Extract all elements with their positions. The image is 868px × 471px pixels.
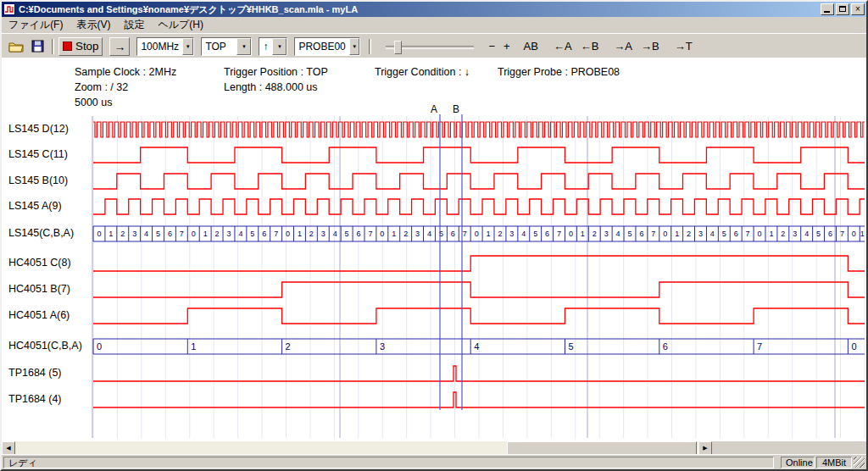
scroll-right-button[interactable]: ▶ (698, 441, 712, 455)
title-bar[interactable]: C:¥Documents and Settings¥noname¥デスクトップ¥… (2, 2, 866, 17)
svg-text:3: 3 (226, 230, 231, 238)
save-button[interactable] (27, 37, 47, 56)
svg-text:1: 1 (581, 230, 585, 238)
scroll-left-button[interactable]: ◀ (2, 441, 15, 455)
menu-help[interactable]: ヘルプ(H) (151, 16, 210, 34)
svg-text:4: 4 (144, 230, 148, 238)
chevron-down-icon[interactable]: ▼ (272, 38, 287, 55)
svg-text:3: 3 (132, 230, 136, 238)
svg-text:7: 7 (463, 230, 467, 238)
chevron-down-icon[interactable]: ▼ (236, 38, 251, 55)
svg-text:2: 2 (781, 230, 785, 238)
trigger-position-info: Trigger Position : TOP (224, 66, 328, 78)
zoom-out-button[interactable]: − (484, 38, 499, 54)
goto-cursor-a-button[interactable]: ←A (549, 38, 576, 54)
svg-text:4: 4 (333, 230, 337, 238)
svg-text:1: 1 (769, 230, 773, 238)
application-window: { "window": { "title": "C:¥Documents and… (0, 0, 868, 471)
svg-text:2: 2 (593, 230, 597, 238)
stop-icon (63, 42, 72, 51)
svg-text:5: 5 (156, 230, 160, 238)
channel-tp1684-4 (93, 392, 865, 407)
zoom-slider-thumb[interactable] (394, 41, 402, 54)
channel-label-ls145-c11: LS145 C(11) (8, 148, 68, 160)
svg-text:1: 1 (191, 341, 196, 352)
svg-text:2: 2 (215, 230, 220, 238)
channel-ls145-b10 (93, 174, 865, 189)
svg-text:5: 5 (439, 230, 443, 238)
resize-grip[interactable] (854, 457, 865, 468)
svg-text:3: 3 (321, 230, 326, 238)
status-ready: レディ (3, 457, 774, 468)
svg-text:6: 6 (639, 230, 643, 238)
svg-text:3: 3 (509, 230, 514, 238)
svg-text:0: 0 (380, 230, 384, 238)
open-button[interactable] (5, 37, 27, 56)
probe-select[interactable]: PROBE00 ▼ (294, 37, 360, 56)
channel-hc4051-b7 (93, 282, 865, 297)
svg-text:6: 6 (168, 230, 172, 238)
svg-text:0: 0 (286, 230, 290, 238)
svg-text:4: 4 (427, 230, 431, 238)
toolbar-separator (52, 39, 54, 54)
floppy-disk-icon (31, 40, 44, 53)
sample-clock-info: Sample Clock : 2MHz (75, 66, 176, 78)
svg-text:6: 6 (545, 230, 549, 238)
zoom-slider[interactable] (386, 39, 474, 54)
minimize-button[interactable] (821, 3, 834, 15)
ab-button[interactable]: AB (520, 38, 542, 54)
goto-cursor-b-button[interactable]: ←B (576, 38, 604, 54)
scrollbar-track[interactable] (15, 441, 698, 455)
channel-hc4051-a6 (93, 308, 865, 324)
chevron-down-icon[interactable]: ▼ (182, 38, 193, 55)
horizontal-scrollbar[interactable]: ◀ ▶ (2, 441, 712, 455)
svg-text:4: 4 (710, 230, 715, 238)
menu-bar: ファイル(F) 表示(V) 設定 ヘルプ(H) (2, 17, 866, 33)
move-cursor-b-button[interactable]: →B (637, 38, 664, 54)
chevron-down-icon[interactable]: ▼ (349, 38, 360, 55)
trigger-position-select[interactable]: TOP ▼ (201, 37, 252, 56)
maximize-button[interactable] (836, 3, 849, 15)
run-button[interactable]: → (109, 37, 130, 56)
menu-view[interactable]: 表示(V) (70, 16, 117, 34)
sample-clock-select[interactable]: 100MHz ▼ (136, 37, 194, 56)
stop-button[interactable]: Stop (58, 37, 103, 56)
svg-text:5: 5 (816, 230, 821, 238)
sample-clock-value: 100MHz (137, 41, 182, 53)
svg-text:4: 4 (616, 230, 620, 238)
svg-text:6: 6 (828, 230, 832, 238)
probe-value: PROBE00 (295, 41, 348, 53)
menu-settings[interactable]: 設定 (117, 16, 151, 34)
svg-text:6: 6 (262, 230, 266, 238)
goto-trigger-button[interactable]: →T (670, 38, 697, 54)
svg-text:1: 1 (203, 230, 208, 238)
app-icon (3, 3, 15, 15)
svg-text:1: 1 (298, 230, 302, 238)
status-bar: レディ Online 4MBit (2, 454, 866, 469)
svg-text:5: 5 (722, 230, 726, 238)
zoom-in-button[interactable]: + (499, 38, 515, 54)
svg-text:2: 2 (286, 341, 291, 352)
channel-hc4051-c8 (93, 256, 865, 271)
waveform-view[interactable]: Sample Clock : 2MHz Trigger Position : T… (2, 58, 866, 441)
svg-text:6: 6 (357, 230, 361, 238)
channel-ls145-bus: 0123456701234567012345670123456701234567… (93, 226, 865, 241)
move-cursor-a-button[interactable]: →A (609, 38, 637, 54)
svg-text:2: 2 (309, 230, 314, 238)
scrollbar-thumb[interactable] (507, 441, 697, 455)
trigger-edge-value: ↑ (259, 41, 271, 53)
channel-label-hc4051-b7: HC4051 B(7) (8, 283, 70, 295)
channel-ls145-d12 (93, 122, 865, 137)
svg-text:4: 4 (474, 341, 479, 352)
close-button[interactable]: × (851, 3, 865, 15)
grid (92, 116, 865, 438)
svg-text:2: 2 (687, 230, 691, 238)
trigger-position-value: TOP (202, 41, 229, 53)
svg-text:0: 0 (192, 230, 196, 238)
svg-text:4: 4 (238, 230, 242, 238)
trigger-probe-info: Trigger Probe : PROBE08 (498, 66, 620, 78)
svg-text:3: 3 (380, 341, 385, 352)
trigger-edge-select[interactable]: ↑ ▼ (259, 37, 287, 56)
menu-file[interactable]: ファイル(F) (2, 16, 70, 34)
stop-label: Stop (75, 40, 98, 53)
